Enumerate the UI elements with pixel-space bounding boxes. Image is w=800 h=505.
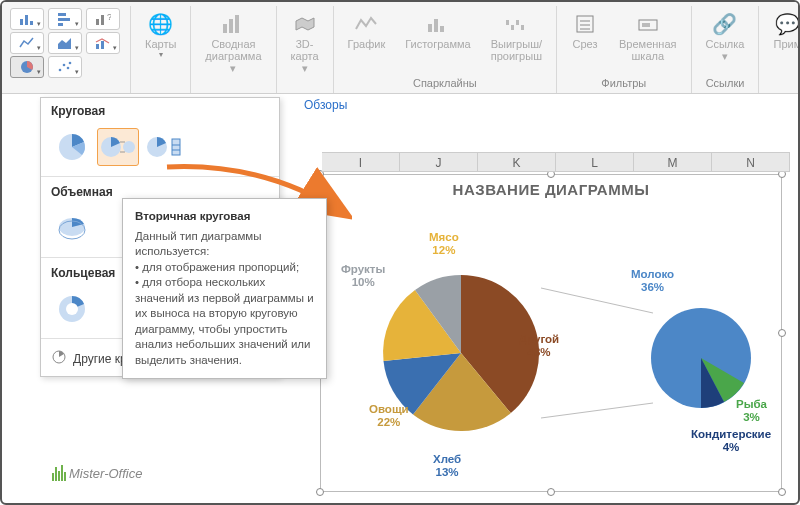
slicer-button[interactable]: Срез (565, 8, 605, 64)
chart-type-combo-icon[interactable]: ▾ (86, 32, 120, 54)
watermark-logo: Mister-Office (52, 465, 142, 481)
svg-marker-20 (296, 18, 314, 30)
link-icon: 🔗 (711, 10, 739, 38)
svg-line-50 (541, 403, 653, 418)
svg-rect-2 (30, 21, 33, 25)
pie-3d-option[interactable] (51, 209, 93, 247)
pie-of-pie-option[interactable] (97, 128, 139, 166)
svg-rect-22 (434, 19, 438, 32)
globe-icon: 🌐 (147, 10, 175, 38)
timeline-button[interactable]: Временная шкала (613, 8, 682, 64)
logo-bars-icon (52, 465, 67, 481)
sparkline-line-icon (352, 10, 380, 38)
svg-rect-27 (521, 25, 524, 30)
review-link[interactable]: Обзоры (304, 98, 347, 112)
svg-rect-24 (506, 20, 509, 25)
doughnut-option[interactable] (51, 290, 93, 328)
svg-rect-10 (96, 44, 99, 49)
svg-rect-4 (58, 18, 70, 21)
svg-point-14 (63, 64, 66, 67)
column-header[interactable]: J (400, 153, 478, 171)
ribbon-group-label: Фильтры (601, 77, 646, 93)
link-button[interactable]: 🔗Ссылка▾ (700, 8, 751, 64)
svg-rect-1 (25, 15, 28, 25)
column-header[interactable]: K (478, 153, 556, 171)
chart-type-bar-icon[interactable]: ▾ (48, 8, 82, 30)
pivot-chart-icon (219, 10, 247, 38)
column-header[interactable]: N (712, 153, 790, 171)
pie-2d-option[interactable] (51, 128, 93, 166)
data-label: Овощи22% (369, 403, 409, 429)
timeline-icon (634, 10, 662, 38)
comment-icon: 💬 (773, 10, 800, 38)
svg-rect-33 (642, 23, 650, 27)
svg-rect-11 (101, 41, 104, 49)
svg-rect-17 (223, 24, 227, 33)
chart-type-tooltip: Вторичная круговая Данный тип диаграммы … (122, 198, 327, 379)
svg-rect-28 (577, 16, 593, 32)
data-label: Мясо12% (429, 231, 459, 257)
tooltip-body: Данный тип диаграммы используется: • для… (135, 229, 314, 369)
ribbon-group-label: Спарклайны (413, 77, 477, 93)
sparkline-line-button[interactable]: График (342, 8, 392, 64)
slicer-icon (571, 10, 599, 38)
chart-plot-area[interactable]: Другой43% Овощи22% Хлеб13% Мясо12% Фрукт… (321, 203, 781, 491)
svg-text:?: ? (107, 12, 111, 22)
svg-point-13 (59, 69, 62, 72)
tooltip-title: Вторичная круговая (135, 209, 314, 225)
comment-button[interactable]: 💬Прим (767, 8, 800, 52)
svg-point-36 (123, 141, 135, 153)
sparkline-column-icon (424, 10, 452, 38)
data-label: Другой43% (519, 333, 559, 359)
svg-rect-7 (101, 15, 104, 25)
svg-point-46 (66, 303, 78, 315)
svg-rect-23 (440, 26, 444, 32)
data-label: Кондитерские4% (691, 428, 771, 454)
svg-rect-18 (229, 19, 233, 33)
svg-rect-5 (58, 23, 63, 26)
sparkline-winloss-icon (502, 10, 530, 38)
chart-type-line-icon[interactable]: ▾ (10, 32, 44, 54)
ribbon-group-label (64, 78, 67, 94)
ribbon-group-label: Ссылки (706, 77, 745, 93)
data-label: Рыба3% (736, 398, 767, 424)
data-label: Фрукты10% (341, 263, 385, 289)
ribbon: ▾ ▾ ? ▾ ▾ ▾ ▾ ▾ 🌐 Карты ▾ Сводная диагра… (2, 2, 798, 94)
chart-type-column-icon[interactable]: ▾ (10, 8, 44, 30)
pie-section-flat: Круговая (41, 98, 279, 124)
chart-type-area-icon[interactable]: ▾ (48, 32, 82, 54)
bar-of-pie-option[interactable] (143, 128, 185, 166)
column-header[interactable]: I (322, 153, 400, 171)
svg-point-15 (67, 67, 70, 70)
sparkline-winloss-button[interactable]: Выигрыш/ проигрыш (485, 8, 548, 64)
maps-button[interactable]: 🌐 Карты ▾ (139, 8, 182, 61)
svg-rect-3 (58, 13, 66, 16)
chart-type-recommended-icon[interactable]: ? (86, 8, 120, 30)
chart-type-pie-icon[interactable]: ▾ (10, 56, 44, 78)
3d-map-icon (291, 10, 319, 38)
column-headers: I J K L M N (322, 152, 790, 172)
svg-marker-9 (58, 38, 71, 49)
pie-more-icon (51, 349, 67, 368)
svg-rect-25 (511, 25, 514, 30)
svg-rect-19 (235, 15, 239, 33)
data-label: Хлеб13% (433, 453, 461, 479)
data-label: Молоко36% (631, 268, 674, 294)
chart-title[interactable]: НАЗВАНИЕ ДИАГРАММЫ (321, 175, 781, 198)
3d-map-button[interactable]: 3D-карта ▾ (285, 8, 325, 76)
svg-rect-6 (96, 19, 99, 25)
svg-rect-21 (428, 24, 432, 32)
svg-rect-40 (172, 139, 180, 155)
column-header[interactable]: L (556, 153, 634, 171)
chart-object[interactable]: НАЗВАНИЕ ДИАГРАММЫ Другой43% Овощи (320, 174, 782, 492)
svg-point-16 (69, 62, 72, 65)
chart-type-scatter-icon[interactable]: ▾ (48, 56, 82, 78)
svg-rect-0 (20, 19, 23, 25)
pivot-chart-button[interactable]: Сводная диаграмма ▾ (199, 8, 267, 76)
svg-rect-26 (516, 20, 519, 25)
sparkline-column-button[interactable]: Гистограмма (399, 8, 477, 64)
column-header[interactable]: M (634, 153, 712, 171)
